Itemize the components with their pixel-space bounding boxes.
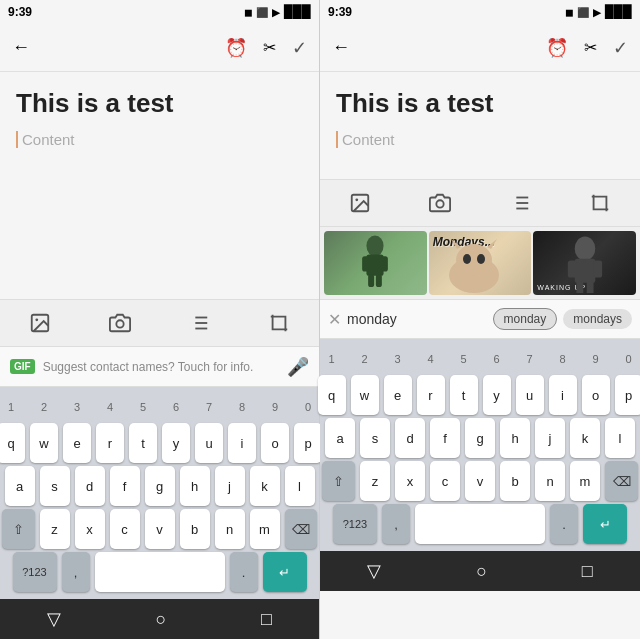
right-pin-icon[interactable]: ✂ (584, 38, 597, 57)
left-key-e[interactable]: e (63, 423, 91, 463)
right-enter-key[interactable]: ↵ (583, 504, 627, 544)
left-key-u[interactable]: u (195, 423, 223, 463)
right-space-key[interactable] (415, 504, 545, 544)
right-key-e[interactable]: e (384, 375, 412, 415)
left-shift-key[interactable]: ⇧ (2, 509, 35, 549)
left-key-x[interactable]: x (75, 509, 105, 549)
right-check-icon[interactable]: ✓ (613, 37, 628, 59)
right-crop-icon[interactable] (586, 189, 614, 217)
left-key-n[interactable]: n (215, 509, 245, 549)
right-key-l[interactable]: l (605, 418, 635, 458)
right-home-nav[interactable]: ○ (476, 561, 487, 582)
left-key-i[interactable]: i (228, 423, 256, 463)
left-recent-nav[interactable]: □ (261, 609, 272, 630)
left-gif-badge[interactable]: GIF (10, 359, 35, 374)
left-key-l[interactable]: l (285, 466, 315, 506)
right-key-f[interactable]: f (430, 418, 460, 458)
right-chip-monday[interactable]: monday (493, 308, 558, 330)
left-image-icon[interactable] (26, 309, 54, 337)
right-key-w[interactable]: w (351, 375, 379, 415)
right-key-t[interactable]: t (450, 375, 478, 415)
right-gif-waking[interactable]: WAKING UP (533, 231, 636, 295)
left-key-h[interactable]: h (180, 466, 210, 506)
right-back-nav[interactable]: ▽ (367, 560, 381, 582)
right-key-k[interactable]: k (570, 418, 600, 458)
left-alarm-icon[interactable]: ⏰ (225, 37, 247, 59)
right-key-n[interactable]: n (535, 461, 565, 501)
right-key-r[interactable]: r (417, 375, 445, 415)
left-key-d[interactable]: d (75, 466, 105, 506)
right-comma-key[interactable]: , (382, 504, 410, 544)
left-key-s[interactable]: s (40, 466, 70, 506)
left-key-c[interactable]: c (110, 509, 140, 549)
right-key-v[interactable]: v (465, 461, 495, 501)
right-gif-mondays[interactable]: Mondays... (429, 231, 532, 295)
right-gif-man[interactable] (324, 231, 427, 295)
left-key-k[interactable]: k (250, 466, 280, 506)
left-key-b[interactable]: b (180, 509, 210, 549)
right-key-h[interactable]: h (500, 418, 530, 458)
left-key-v[interactable]: v (145, 509, 175, 549)
right-note-content[interactable]: Content (320, 119, 640, 179)
right-key-u[interactable]: u (516, 375, 544, 415)
right-key-g[interactable]: g (465, 418, 495, 458)
right-note-title[interactable]: This is a test (320, 72, 640, 119)
right-key-c[interactable]: c (430, 461, 460, 501)
right-key-a[interactable]: a (325, 418, 355, 458)
right-num-key[interactable]: ?123 (333, 504, 377, 544)
right-key-x[interactable]: x (395, 461, 425, 501)
left-key-f[interactable]: f (110, 466, 140, 506)
left-key-r[interactable]: r (96, 423, 124, 463)
left-key-t[interactable]: t (129, 423, 157, 463)
left-back-nav[interactable]: ▽ (47, 608, 61, 630)
left-key-a[interactable]: a (5, 466, 35, 506)
left-home-nav[interactable]: ○ (156, 609, 167, 630)
right-search-clear[interactable]: ✕ (328, 310, 341, 329)
right-key-j[interactable]: j (535, 418, 565, 458)
left-list-icon[interactable] (185, 309, 213, 337)
right-key-o[interactable]: o (582, 375, 610, 415)
right-key-m[interactable]: m (570, 461, 600, 501)
left-key-z[interactable]: z (40, 509, 70, 549)
right-back-icon[interactable]: ← (332, 37, 350, 58)
left-key-p[interactable]: p (294, 423, 322, 463)
right-period-key[interactable]: . (550, 504, 578, 544)
right-search-query[interactable]: monday (347, 311, 487, 327)
left-note-content[interactable]: Content (0, 119, 319, 299)
right-alarm-icon[interactable]: ⏰ (546, 37, 568, 59)
right-image-icon[interactable] (346, 189, 374, 217)
left-key-q[interactable]: q (0, 423, 25, 463)
right-key-q[interactable]: q (318, 375, 346, 415)
left-back-icon[interactable]: ← (12, 37, 30, 58)
left-key-y[interactable]: y (162, 423, 190, 463)
right-recent-nav[interactable]: □ (582, 561, 593, 582)
right-key-z[interactable]: z (360, 461, 390, 501)
left-comma-key[interactable]: , (62, 552, 90, 592)
right-shift-key[interactable]: ⇧ (322, 461, 355, 501)
right-chip-mondays[interactable]: mondays (563, 309, 632, 329)
right-key-b[interactable]: b (500, 461, 530, 501)
left-num-key[interactable]: ?123 (13, 552, 57, 592)
right-key-i[interactable]: i (549, 375, 577, 415)
right-camera-icon[interactable] (426, 189, 454, 217)
left-key-g[interactable]: g (145, 466, 175, 506)
left-check-icon[interactable]: ✓ (292, 37, 307, 59)
left-enter-key[interactable]: ↵ (263, 552, 307, 592)
left-key-w[interactable]: w (30, 423, 58, 463)
right-key-s[interactable]: s (360, 418, 390, 458)
right-key-p[interactable]: p (615, 375, 641, 415)
right-key-y[interactable]: y (483, 375, 511, 415)
right-key-d[interactable]: d (395, 418, 425, 458)
left-key-j[interactable]: j (215, 466, 245, 506)
left-backspace-key[interactable]: ⌫ (285, 509, 318, 549)
left-mic-icon[interactable]: 🎤 (287, 356, 309, 378)
left-space-key[interactable] (95, 552, 225, 592)
left-period-key[interactable]: . (230, 552, 258, 592)
left-note-title[interactable]: This is a test (0, 72, 319, 119)
left-key-o[interactable]: o (261, 423, 289, 463)
right-backspace-key[interactable]: ⌫ (605, 461, 638, 501)
left-pin-icon[interactable]: ✂ (263, 38, 276, 57)
left-camera-icon[interactable] (106, 309, 134, 337)
left-key-m[interactable]: m (250, 509, 280, 549)
left-crop-icon[interactable] (265, 309, 293, 337)
